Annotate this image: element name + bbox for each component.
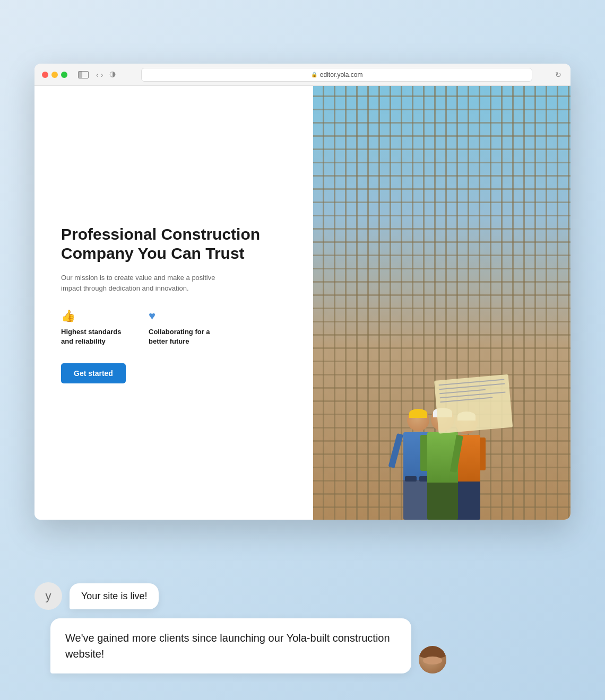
- chat-bubble-testimonial: We've gained more clients since launchin…: [34, 618, 571, 673]
- brightness-icon: ◑: [109, 69, 120, 80]
- refresh-button[interactable]: ↻: [554, 70, 563, 80]
- construction-background: [313, 86, 571, 520]
- address-bar[interactable]: 🔒 editor.yola.com: [141, 68, 532, 82]
- hero-title: Professional Construction Company You Ca…: [61, 225, 287, 263]
- browser-window: ‹ › ◑ 🔒 editor.yola.com ↻ Professional C…: [34, 64, 571, 520]
- feature-item-1: 👍 Highest standards and reliability: [61, 309, 130, 346]
- back-button[interactable]: ‹: [96, 71, 99, 79]
- minimize-button[interactable]: [51, 72, 58, 78]
- features-row: 👍 Highest standards and reliability ♥ Co…: [61, 309, 287, 346]
- yola-avatar: y: [34, 582, 62, 610]
- maximize-button[interactable]: [61, 72, 67, 78]
- feature2-label: Collaborating for a better future: [149, 327, 218, 346]
- browser-toolbar: ‹ › ◑ 🔒 editor.yola.com ↻: [34, 64, 571, 86]
- forward-button[interactable]: ›: [101, 71, 103, 79]
- website-hero-image: [313, 86, 571, 520]
- chat-bubble-site-live: y Your site is live!: [34, 582, 571, 610]
- lock-icon: 🔒: [311, 72, 317, 77]
- chat-message-1: Your site is live!: [70, 583, 159, 609]
- user-avatar: [419, 646, 446, 673]
- chat-message-2: We've gained more clients since launchin…: [50, 618, 411, 673]
- hero-subtitle: Our mission is to create value and make …: [61, 273, 231, 295]
- get-started-button[interactable]: Get started: [61, 363, 126, 383]
- workers-group: [313, 173, 571, 520]
- sidebar-toggle-icon[interactable]: [78, 71, 89, 78]
- website-content: Professional Construction Company You Ca…: [34, 86, 571, 520]
- feature1-label: Highest standards and reliability: [61, 327, 130, 346]
- thumbsup-icon: 👍: [61, 309, 130, 323]
- nav-arrows: ‹ ›: [96, 71, 103, 79]
- heart-icon: ♥: [149, 309, 218, 323]
- website-hero-left: Professional Construction Company You Ca…: [34, 86, 313, 520]
- url-text: editor.yola.com: [320, 71, 363, 78]
- close-button[interactable]: [42, 72, 48, 78]
- feature-item-2: ♥ Collaborating for a better future: [149, 309, 218, 346]
- traffic-lights: [42, 72, 67, 78]
- chat-section: y Your site is live! We've gained more c…: [34, 582, 571, 673]
